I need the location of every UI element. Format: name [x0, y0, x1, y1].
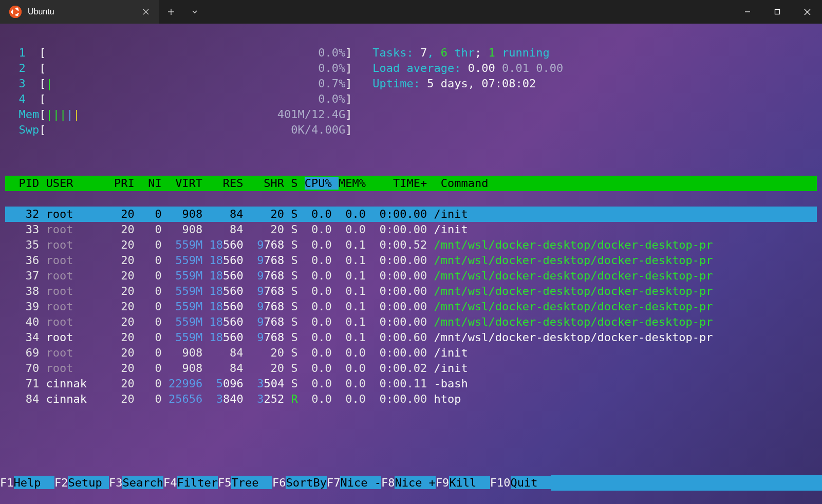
process-row[interactable]: 70 root 20 0 908 84 20 S 0.0 0.0 0:00.02…: [5, 361, 817, 376]
fnkey-label[interactable]: Nice -: [340, 476, 381, 489]
fnkey-label[interactable]: Filter: [177, 476, 217, 489]
process-row[interactable]: 39 root 20 0 559M 18560 9768 S 0.0 0.1 0…: [5, 299, 817, 314]
process-row[interactable]: 37 root 20 0 559M 18560 9768 S 0.0 0.1 0…: [5, 268, 817, 284]
fnkey: F6: [272, 476, 286, 489]
fnkey: F8: [381, 476, 395, 489]
fnkey-label[interactable]: Help: [14, 476, 54, 489]
fnkey: F2: [54, 476, 68, 489]
process-row[interactable]: 69 root 20 0 908 84 20 S 0.0 0.0 0:00.00…: [5, 345, 817, 361]
window-titlebar: Ubuntu: [0, 0, 822, 24]
fnkey-label[interactable]: Nice +: [395, 476, 435, 489]
close-button[interactable]: [792, 0, 822, 24]
process-row[interactable]: 40 root 20 0 559M 18560 9768 S 0.0 0.1 0…: [5, 314, 817, 330]
fnkey: F7: [327, 476, 341, 489]
fnkey: F5: [218, 476, 232, 489]
minimize-button[interactable]: [733, 0, 762, 24]
new-tab-button[interactable]: [159, 0, 183, 24]
tab-title: Ubuntu: [28, 4, 134, 20]
process-row[interactable]: 71 cinnak 20 0 22996 5096 3504 S 0.0 0.0…: [5, 376, 817, 391]
fnkey-label[interactable]: Setup: [68, 476, 108, 489]
maximize-button[interactable]: [762, 0, 792, 24]
terminal-output[interactable]: 1 [ 0.0%] Tasks: 7, 6 thr; 1 running 2 […: [0, 24, 822, 422]
fnkey: F9: [436, 476, 450, 489]
fnkey: F3: [109, 476, 123, 489]
fnkey: F4: [163, 476, 177, 489]
ubuntu-icon: [9, 6, 22, 18]
process-row[interactable]: 34 root 20 0 559M 18560 9768 S 0.0 0.1 0…: [5, 330, 817, 345]
fnkey-label[interactable]: Kill: [449, 476, 490, 489]
function-key-bar[interactable]: F1Help F2Setup F3SearchF4FilterF5Tree F6…: [0, 475, 822, 491]
fnkey: F1: [0, 476, 14, 489]
process-table-header[interactable]: PID USER PRI NI VIRT RES SHR S CPU% MEM%…: [5, 176, 817, 191]
process-row[interactable]: 32 root 20 0 908 84 20 S 0.0 0.0 0:00.00…: [5, 207, 817, 222]
tab-close-button[interactable]: [140, 6, 152, 18]
htop-meters: 1 [ 0.0%] Tasks: 7, 6 thr; 1 running 2 […: [5, 45, 817, 138]
svg-rect-4: [775, 10, 780, 14]
tab-dropdown-button[interactable]: [183, 0, 207, 24]
process-table-body[interactable]: 32 root 20 0 908 84 20 S 0.0 0.0 0:00.00…: [5, 207, 817, 407]
fnkey-label[interactable]: Tree: [231, 476, 272, 489]
process-row[interactable]: 33 root 20 0 908 84 20 S 0.0 0.0 0:00.00…: [5, 222, 817, 237]
fnkey-label[interactable]: SortBy: [286, 476, 326, 489]
process-row[interactable]: 84 cinnak 20 0 25656 3840 3252 R 0.0 0.0…: [5, 391, 817, 407]
process-row[interactable]: 38 root 20 0 559M 18560 9768 S 0.0 0.1 0…: [5, 284, 817, 299]
fnkey-label[interactable]: Search: [122, 476, 163, 489]
fnkey: F10: [490, 476, 511, 489]
process-row[interactable]: 36 root 20 0 559M 18560 9768 S 0.0 0.1 0…: [5, 253, 817, 268]
fnkey-label[interactable]: Quit: [511, 476, 551, 489]
process-row[interactable]: 35 root 20 0 559M 18560 9768 S 0.0 0.1 0…: [5, 237, 817, 253]
terminal-tab[interactable]: Ubuntu: [0, 0, 159, 24]
window-controls: [733, 0, 822, 24]
